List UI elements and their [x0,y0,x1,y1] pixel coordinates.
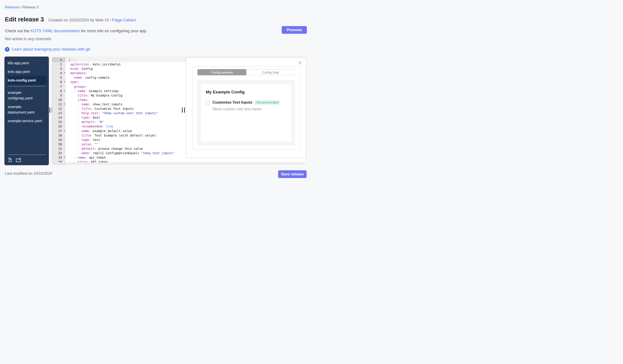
line-number: 11▾ [52,102,66,106]
breadcrumb: Releases / Release 3 [5,5,39,9]
git-releases-link[interactable]: Learn about managing your releases with … [12,47,90,52]
config-group-title: My Example Config [206,90,287,95]
line-number: 13 [52,111,66,115]
doc-prefix: Check out the [5,29,30,33]
author-link[interactable]: Paige Calvert [112,18,136,22]
preview-tabs: Config previewConfig help [198,69,295,75]
line-number: 16 [52,124,66,129]
line-number: 23▾ [52,155,66,160]
line-number: 5 [52,75,66,80]
doc-info-line: Check out the KOTS YAML documentation fo… [5,29,147,33]
sidebar-file-example-service.yaml[interactable]: example-service.yaml [7,117,46,125]
created-on-text: Created on 10/10/2024 by Web UI / Paige … [48,18,136,22]
sidebar-bottom-divider [7,155,46,155]
customize-text-inputs-checkbox[interactable] [206,101,210,104]
doc-suffix: for more info on configuring your app. [80,29,147,33]
workspace: k8s-app.yamlkots-app.yamlkots-config.yam… [0,57,312,166]
line-number: 10 [52,98,66,102]
line-number: 12 [52,106,66,111]
file-sidebar: k8s-app.yamlkots-app.yamlkots-config.yam… [4,57,49,165]
last-modified-text: Last modified on 10/10/2024 [5,171,52,176]
breadcrumb-current: Release 3 [22,5,39,9]
kots-yaml-doc-link[interactable]: KOTS YAML documentation [30,29,80,33]
config-card: My Example Config Customize Text Inputs … [201,84,291,142]
tab-config-preview[interactable]: Config preview [198,69,246,75]
config-preview-panel: Config previewConfig help My Example Con… [186,58,306,158]
line-number: 21 [52,146,66,151]
file-list-divider [7,86,46,86]
line-number: 3 [52,66,66,71]
editor-horizontal-scrollbar[interactable] [55,162,305,164]
editor-cursor [69,58,70,62]
sidebar-file-example-deployment.yaml[interactable]: example-deployment.yaml [7,102,46,117]
close-icon[interactable] [298,61,302,65]
line-number: 17▾ [52,129,66,133]
code-line-25[interactable]: 25 type: password [52,164,306,165]
breadcrumb-releases-link[interactable]: Releases [5,5,20,9]
line-number: 25 [52,164,66,165]
sidebar-file-example-configmap.yaml[interactable]: example-configmap.yaml [7,88,46,102]
help-question-icon[interactable]: ? [5,47,9,52]
channel-status: Not active in any channels [5,37,51,41]
preview-inner-card: Config previewConfig help My Example Con… [192,66,300,150]
indent-guide [78,107,78,129]
line-number: 7 [52,84,66,89]
config-item-help: Show custom user text inputs [212,107,287,111]
sidebar-bottom [4,152,49,165]
code-text: type: password [66,164,306,165]
line-number: 9 [52,93,66,98]
config-item-title: Customize Text Inputs [212,100,252,105]
recommended-badge: Recommended [254,100,280,105]
line-number: 1 [52,58,66,62]
preview-body: My Example Config Customize Text Inputs … [198,80,295,145]
line-number: 19 [52,138,66,142]
fold-arrow-icon[interactable]: ▾ [64,155,65,160]
line-number: 4▾ [52,71,66,75]
line-number: 15 [52,120,66,124]
sidebar-file-kots-app.yaml[interactable]: kots-app.yaml [7,67,46,76]
fold-arrow-icon[interactable]: ▾ [64,102,65,106]
page-title: Edit release 3 [5,16,44,23]
line-number: 18 [52,133,66,138]
line-number: 22 [52,151,66,155]
line-number: 2 [52,62,66,66]
new-file-icon[interactable] [8,157,13,162]
breadcrumb-separator: / [20,5,22,9]
fold-arrow-icon[interactable]: ▾ [64,80,65,84]
line-number: 6▾ [52,80,66,84]
sidebar-file-kots-config.yaml[interactable]: kots-config.yaml [7,76,46,85]
fold-arrow-icon[interactable]: ▾ [64,89,65,93]
save-release-button[interactable]: Save release [278,170,307,178]
fold-arrow-icon[interactable]: ▾ [64,71,65,75]
preview-resize-handle[interactable] [182,108,185,113]
indent-guide [78,134,78,156]
line-number: 14 [52,115,66,120]
fold-arrow-icon[interactable]: ▾ [64,129,65,133]
new-folder-icon[interactable] [16,157,21,162]
file-list: k8s-app.yamlkots-app.yamlkots-config.yam… [4,59,49,125]
line-number: 20 [52,142,66,146]
tab-config-help[interactable]: Config help [246,69,295,75]
line-number: 8▾ [52,89,66,93]
sidebar-file-k8s-app.yaml[interactable]: k8s-app.yaml [7,59,46,67]
promote-button[interactable]: Promote [282,26,307,34]
created-on-prefix: Created on 10/10/2024 by Web UI / [48,18,112,22]
